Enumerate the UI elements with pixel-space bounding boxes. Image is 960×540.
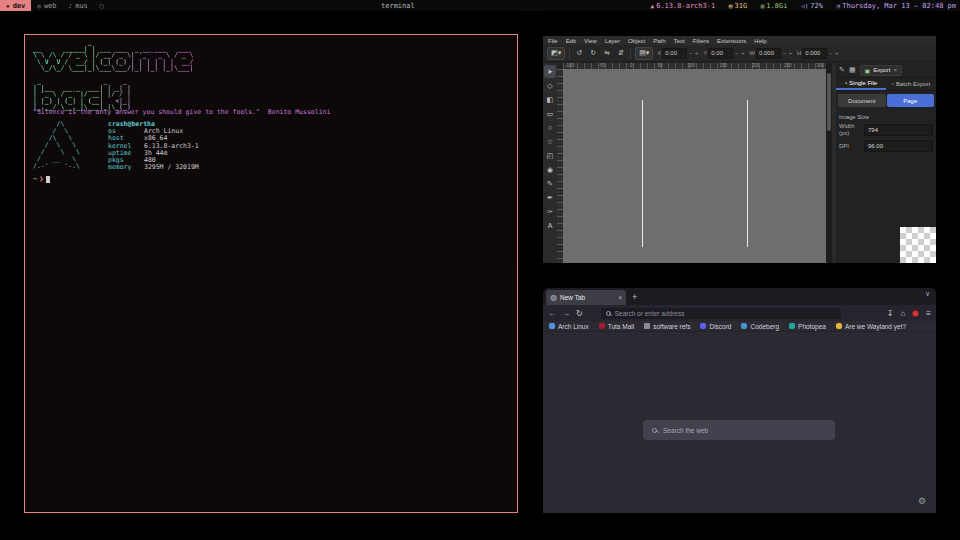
tab-single-file[interactable]: ▪ Single File (836, 78, 886, 90)
flip-vertical-button[interactable]: ⇵ (616, 47, 626, 59)
terminal-window[interactable]: _ __ _____| | ___ ___ _ __ ___ ___ \ \ /… (24, 34, 518, 513)
x-input[interactable]: 0.00 (662, 48, 687, 59)
minus-stepper[interactable]: − (688, 50, 693, 56)
bookmark-tuta-mail[interactable]: Tuta Mail (599, 323, 635, 330)
new-tab-button[interactable]: + (632, 292, 637, 302)
downloads-button[interactable]: ↧ (887, 309, 894, 318)
rotate-ccw-button[interactable]: ↺ (574, 47, 584, 59)
web-search-input[interactable]: Search the web (643, 420, 835, 440)
menu-edit[interactable]: Edit (566, 38, 576, 44)
workspace-empty[interactable]: □ (94, 0, 110, 11)
width-input[interactable]: 794 (864, 124, 933, 136)
plus-stepper[interactable]: + (788, 50, 793, 56)
clock-module: ◔ Thursday, Mar 13 — 02:48 pm (837, 2, 956, 10)
search-icon (606, 311, 611, 316)
tool-node-editor[interactable]: ◇ (544, 79, 556, 92)
tab-new-tab[interactable]: ◍ New Tab × (546, 290, 626, 305)
toolbar-icons: ↧ ⌂ ≡ (887, 309, 931, 318)
globe-icon: ◎ (37, 2, 41, 9)
w-input[interactable]: 0.000 (756, 48, 781, 59)
menu-extensions[interactable]: Extensions (717, 38, 746, 44)
tool-pen[interactable]: ✒ (544, 191, 556, 204)
tool-shape-builder[interactable]: ◧ (544, 93, 556, 106)
home-button[interactable]: ⌂ (900, 309, 905, 318)
flip-horizontal-button[interactable]: ⇋ (602, 47, 612, 59)
cwd: ~ (33, 175, 37, 183)
minus-stepper[interactable]: − (782, 50, 787, 56)
drawing-canvas[interactable] (563, 69, 826, 263)
tool-text[interactable]: A (544, 219, 556, 232)
minus-stepper[interactable]: − (828, 50, 833, 56)
browser-window[interactable]: ◍ New Tab × + ∨ ← → ↻ Search or enter ad… (543, 288, 936, 513)
menu-object[interactable]: Object (628, 38, 645, 44)
shell-prompt[interactable]: ~❯ (33, 175, 50, 183)
menu-path[interactable]: Path (653, 38, 665, 44)
separator: · (720, 2, 724, 9)
workspace-mus[interactable]: ♪ mus (63, 0, 94, 11)
bookmark-arch-linux[interactable]: Arch Linux (549, 323, 589, 330)
codeberg-favicon (741, 323, 747, 329)
tool-rectangle[interactable]: ▭ (544, 107, 556, 120)
canvas-area[interactable]: -100-50050100150200250300 (557, 63, 826, 263)
dpi-input[interactable]: 96.00 (864, 140, 933, 152)
menu-button[interactable]: ≡ (926, 309, 931, 318)
menu-view[interactable]: View (584, 38, 597, 44)
rotate-cw-button[interactable]: ↻ (588, 47, 598, 59)
forward-button[interactable]: → (562, 309, 570, 318)
swatches-icon[interactable]: ▦ (849, 66, 856, 74)
close-icon[interactable]: × (894, 67, 898, 73)
close-tab-icon[interactable]: × (618, 294, 622, 301)
canvas-scrollbar[interactable] (826, 63, 832, 263)
code-icon: ❖ (6, 2, 10, 9)
menu-text[interactable]: Text (674, 38, 685, 44)
inkscape-window[interactable]: File Edit View Layer Object Path Text Fi… (543, 36, 936, 263)
back-button[interactable]: ← (548, 309, 556, 318)
pencil-icon[interactable]: ✎ (839, 66, 845, 74)
plus-stepper[interactable]: + (834, 50, 839, 56)
bookmark-folder-software-refs[interactable]: software refs (644, 323, 690, 330)
align-dropdown[interactable]: ▤ ▾ (635, 47, 653, 60)
menu-file[interactable]: File (548, 38, 558, 44)
globe-favicon: ◍ (550, 293, 557, 302)
scrollbar-thumb[interactable] (827, 73, 831, 131)
bookmark-discord[interactable]: Discord (700, 323, 731, 330)
h-input[interactable]: 0.000 (802, 48, 827, 59)
tool-spiral[interactable]: ◉ (544, 163, 556, 176)
prompt-symbol: ❯ (39, 175, 43, 183)
page-button[interactable]: Page (887, 94, 935, 107)
tool-star[interactable]: ☆ (544, 135, 556, 148)
workspace-dev[interactable]: ❖ dev (0, 0, 31, 11)
address-bar[interactable]: Search or enter address (601, 308, 841, 319)
tool-ellipse[interactable]: ○ (544, 121, 556, 134)
tool-3d-box[interactable]: ◰ (544, 149, 556, 162)
bookmark-photopea[interactable]: Photopea (789, 323, 826, 330)
arch-ascii-logo: /\ / \ /\ \ / \ \ / \ \ / __ \ /.-' '-.\ (33, 121, 80, 171)
list-all-tabs-chevron[interactable]: ∨ (925, 290, 930, 298)
plus-stepper[interactable]: + (694, 50, 699, 56)
export-dock-tab[interactable]: ▣ Export × (860, 65, 903, 76)
menu-filters[interactable]: Filters (693, 38, 709, 44)
tool-calligraphy[interactable]: ✑ (544, 205, 556, 218)
tool-selector[interactable]: ➤ (544, 65, 556, 78)
document-button[interactable]: Document (838, 94, 886, 107)
plus-stepper[interactable]: + (740, 50, 745, 56)
separator: · (828, 2, 832, 9)
extension-icon[interactable] (912, 310, 919, 317)
page-settings-gear-icon[interactable]: ⚙ (918, 496, 926, 506)
minus-stepper[interactable]: − (734, 50, 739, 56)
arch-icon: ▲ (651, 2, 655, 9)
bookmark-are-we-wayland-yet[interactable]: Are we Wayland yet? (836, 323, 906, 330)
tool-pencil[interactable]: ✎ (544, 177, 556, 190)
workspace-web[interactable]: ◎ web (31, 0, 62, 11)
divider (569, 48, 570, 59)
tab-bar: ◍ New Tab × + ∨ (543, 288, 936, 305)
menu-layer[interactable]: Layer (605, 38, 620, 44)
bookmark-codeberg[interactable]: Codeberg (741, 323, 779, 330)
tab-batch-export[interactable]: ▫ Batch Export (886, 78, 936, 90)
selector-options-dropdown[interactable]: ◩ ▾ (547, 47, 565, 60)
reload-button[interactable]: ↻ (576, 309, 583, 318)
y-input[interactable]: 0.00 (708, 48, 733, 59)
new-tab-page: Search the web ⚙ (543, 332, 936, 513)
menu-help[interactable]: Help (754, 38, 766, 44)
export-mode-tabs: ▪ Single File ▫ Batch Export (836, 78, 936, 91)
